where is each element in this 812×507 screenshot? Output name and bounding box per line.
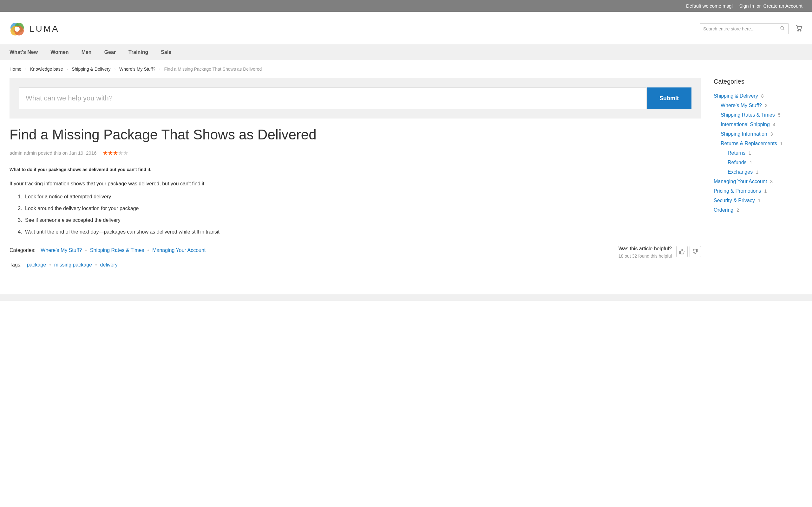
nav-item[interactable]: Women	[50, 44, 68, 60]
sign-in-link[interactable]: Sign In	[740, 3, 754, 9]
store-search[interactable]	[700, 23, 789, 34]
main-nav: What's NewWomenMenGearTrainingSale	[0, 44, 812, 60]
article-categories-row: Categories: Where's My Stuff?•Shipping R…	[9, 246, 609, 255]
category-tree-link[interactable]: Security & Privacy	[714, 198, 755, 203]
star-icon[interactable]: ★	[118, 150, 123, 157]
category-tree-link[interactable]: Exchanges	[728, 169, 753, 175]
category-tree-link[interactable]: Pricing & Promotions	[714, 188, 761, 193]
star-icon[interactable]: ★	[103, 150, 108, 157]
article-subtitle: What to do if your package shows as deli…	[9, 166, 701, 174]
category-tree-link[interactable]: Shipping & Delivery	[714, 93, 758, 99]
category-tree-link[interactable]: Shipping Information	[721, 131, 767, 136]
create-account-link[interactable]: Create an Account	[763, 3, 803, 9]
helpful-box: Was this article helpful? 18 out 32 foun…	[618, 246, 672, 259]
rating-stars[interactable]: ★★★★★	[103, 150, 128, 157]
category-link[interactable]: Managing Your Account	[152, 247, 206, 253]
store-search-input[interactable]	[703, 26, 780, 32]
help-search-submit-button[interactable]: Submit	[647, 88, 692, 109]
nav-item[interactable]: Men	[82, 44, 92, 60]
category-tree-item: Pricing & Promotions1	[714, 188, 803, 194]
category-tree-item: Exchanges1	[728, 169, 803, 175]
category-tree-item: Managing Your Account3	[714, 179, 803, 184]
category-tree-item: Refunds1	[728, 160, 803, 165]
thumbs-up-button[interactable]	[676, 246, 688, 257]
step-item: Look around the delivery location for yo…	[23, 204, 701, 213]
nav-link[interactable]: Training	[129, 49, 148, 55]
svg-line-6	[783, 29, 784, 30]
category-count: 1	[758, 198, 761, 203]
helpful-question: Was this article helpful?	[618, 246, 672, 251]
category-count: 3	[770, 131, 773, 136]
tag-link[interactable]: delivery	[100, 262, 118, 268]
search-icon[interactable]	[780, 26, 785, 32]
star-icon[interactable]: ★	[108, 150, 113, 157]
header-right	[700, 23, 803, 34]
category-tree-item: Shipping & Delivery8Where's My Stuff?3Sh…	[714, 93, 803, 175]
category-link[interactable]: Shipping Rates & Times	[90, 247, 144, 253]
breadcrumb-link[interactable]: Knowledge base	[30, 66, 63, 72]
category-count: 1	[764, 188, 767, 193]
svg-point-8	[800, 31, 801, 32]
category-tree-link[interactable]: Managing Your Account	[714, 179, 767, 184]
article-meta: admin admin posted this on Jan 19, 2016 …	[9, 150, 701, 157]
breadcrumb: Home›Knowledge base›Shipping & Delivery›…	[0, 60, 812, 78]
nav-item[interactable]: Sale	[161, 44, 171, 60]
category-count: 1	[780, 141, 783, 146]
star-icon[interactable]: ★	[123, 150, 128, 157]
nav-link[interactable]: Women	[50, 49, 68, 55]
help-search-input[interactable]	[19, 88, 647, 109]
dot-separator: •	[49, 262, 51, 268]
category-count: 3	[770, 179, 773, 184]
breadcrumb-current: Find a Missing Package That Shows as Del…	[164, 66, 262, 72]
step-item: See if someone else accepted the deliver…	[23, 216, 701, 224]
category-link[interactable]: Where's My Stuff?	[41, 247, 82, 253]
category-tree-item: Where's My Stuff?3	[721, 103, 803, 108]
nav-item[interactable]: Gear	[104, 44, 116, 60]
dot-separator: •	[95, 262, 97, 268]
article-intro: If your tracking information shows that …	[9, 179, 701, 188]
cart-icon[interactable]	[795, 24, 803, 33]
category-count: 8	[761, 94, 764, 99]
nav-link[interactable]: What's New	[9, 49, 38, 55]
category-tree-link[interactable]: Where's My Stuff?	[721, 103, 762, 108]
dot-separator: •	[148, 247, 149, 253]
category-count: 3	[765, 103, 768, 108]
nav-item[interactable]: What's New	[9, 44, 38, 60]
category-tree-link[interactable]: Ordering	[714, 207, 733, 213]
chevron-right-icon: ›	[67, 67, 68, 71]
category-tree-link[interactable]: Returns & Replacements	[721, 141, 777, 146]
nav-link[interactable]: Sale	[161, 49, 171, 55]
top-bar: Default welcome msg! Sign In or Create a…	[0, 0, 812, 12]
category-tree-item: Security & Privacy1	[714, 198, 803, 204]
tag-link[interactable]: package	[27, 262, 46, 268]
chevron-right-icon: ›	[25, 67, 26, 71]
welcome-msg: Default welcome msg!	[686, 3, 733, 9]
category-count: 2	[737, 208, 739, 213]
category-tree-link[interactable]: International Shipping	[721, 122, 770, 127]
chevron-right-icon: ›	[159, 67, 160, 71]
tags-label: Tags:	[9, 262, 21, 268]
sidebar-title: Categories	[714, 78, 803, 85]
category-tree-item: Shipping Rates & Times5	[721, 112, 803, 118]
thumbs-down-button[interactable]	[690, 246, 701, 257]
help-search-box: Submit	[9, 78, 701, 118]
article-author-date: admin admin posted this on Jan 19, 2016	[9, 150, 96, 156]
separator-or: or	[757, 3, 761, 9]
category-count: 1	[756, 170, 758, 175]
category-tree-link[interactable]: Returns	[728, 150, 745, 156]
nav-item[interactable]: Training	[129, 44, 148, 60]
category-tree-link[interactable]: Shipping Rates & Times	[721, 112, 775, 118]
star-icon[interactable]: ★	[113, 150, 118, 157]
logo[interactable]: LUMA	[9, 21, 59, 37]
logo-text: LUMA	[30, 24, 59, 34]
category-count: 1	[749, 151, 751, 156]
breadcrumb-link[interactable]: Shipping & Delivery	[72, 66, 110, 72]
breadcrumb-link[interactable]: Where's My Stuff?	[119, 66, 155, 72]
breadcrumb-link[interactable]: Home	[9, 66, 21, 72]
tag-link[interactable]: missing package	[54, 262, 92, 268]
nav-link[interactable]: Gear	[104, 49, 116, 55]
category-tree-link[interactable]: Refunds	[728, 160, 747, 165]
page-footer-bar	[0, 294, 812, 301]
svg-point-4	[14, 26, 20, 32]
nav-link[interactable]: Men	[82, 49, 92, 55]
